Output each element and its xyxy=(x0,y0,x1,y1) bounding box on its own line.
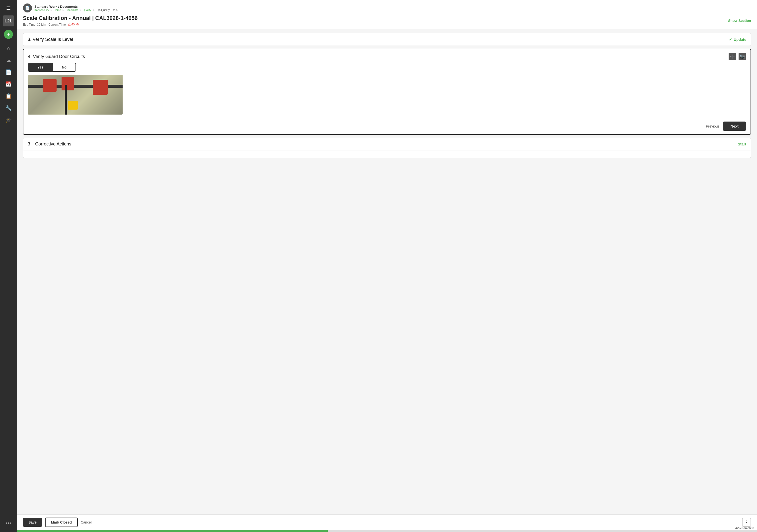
step3-update-button[interactable]: ✓ Update xyxy=(729,37,746,42)
logo: L2L xyxy=(3,15,14,26)
camera-button[interactable]: 📷 xyxy=(739,53,746,60)
yes-no-toggle: Yes No xyxy=(28,63,76,72)
show-section-button[interactable]: Show Section xyxy=(728,19,751,23)
sidebar-home-icon[interactable]: ⌂ xyxy=(3,43,14,54)
sidebar-wrench-icon[interactable]: 🔧 xyxy=(3,103,14,114)
step4-card: 4. Verify Guard Door Circuits ➕ 📷 Yes No xyxy=(23,49,751,135)
menu-icon[interactable]: ☰ xyxy=(4,3,13,14)
mark-closed-button[interactable]: Mark Closed xyxy=(45,517,78,527)
breadcrumb-qa-quality-check: QA Quality Check xyxy=(97,9,118,12)
next-button[interactable]: Next xyxy=(723,122,746,131)
corrective-title: 3 Corrective Actions xyxy=(28,141,71,147)
progress-label: 42% Complete xyxy=(735,526,754,529)
corrective-body xyxy=(23,150,751,158)
no-button[interactable]: No xyxy=(53,63,76,71)
step3-card: 3. Verify Scale Is Level ✓ Update xyxy=(23,33,751,46)
add-media-button[interactable]: ➕ xyxy=(729,53,736,60)
content-area: 3. Verify Scale Is Level ✓ Update 4. Ver… xyxy=(17,29,757,514)
breadcrumb-home[interactable]: Home xyxy=(53,9,61,12)
main-content: 📄 Standard Work / Documents Kansas City … xyxy=(17,0,757,532)
progress-bar-fill xyxy=(17,530,328,532)
add-button[interactable]: + xyxy=(4,30,13,39)
cancel-button[interactable]: Cancel xyxy=(81,520,92,524)
sidebar-document-icon[interactable]: 📄 xyxy=(3,67,14,78)
sidebar-calendar-icon[interactable]: 📅 xyxy=(3,79,14,90)
breadcrumb-quality[interactable]: Quality xyxy=(83,9,91,12)
time-warning: ⚠ 45 Min xyxy=(68,22,80,26)
save-button[interactable]: Save xyxy=(23,518,42,527)
header: 📄 Standard Work / Documents Kansas City … xyxy=(17,0,757,29)
doc-icon: 📄 xyxy=(23,4,32,13)
breadcrumb-checklists[interactable]: Checklists xyxy=(66,9,78,12)
sidebar-graduation-icon[interactable]: 🎓 xyxy=(3,115,14,126)
bottom-bar: Save Mark Closed Cancel ⋮ xyxy=(17,514,757,530)
navigation-buttons: Previous Next xyxy=(23,119,750,134)
sidebar-more-icon[interactable]: ••• xyxy=(3,517,14,528)
corrective-actions-card: 3 Corrective Actions Start xyxy=(23,138,751,158)
step4-image xyxy=(28,75,123,115)
page-title: Scale Calibration - Annual | CAL3028-1-4… xyxy=(23,15,137,21)
yes-button[interactable]: Yes xyxy=(28,63,52,71)
start-button[interactable]: Start xyxy=(738,142,746,146)
sidebar: ☰ L2L + ⌂ ☁ 📄 📅 📋 🔧 🎓 ••• xyxy=(0,0,17,532)
breadcrumb: Kansas City > Home > Checklists > Qualit… xyxy=(34,9,119,12)
step4-title: 4. Verify Guard Door Circuits xyxy=(28,54,85,59)
progress-bar-container: 42% Complete xyxy=(17,530,757,532)
more-options-button[interactable]: ⋮ xyxy=(742,518,751,527)
module-title: Standard Work / Documents xyxy=(34,5,119,9)
breadcrumb-kansas-city[interactable]: Kansas City xyxy=(34,9,49,12)
sidebar-clipboard-icon[interactable]: 📋 xyxy=(3,91,14,102)
time-info: Est. Time: 30 Min | Current Time: ⚠ 45 M… xyxy=(23,22,137,26)
step4-actions: ➕ 📷 xyxy=(729,53,746,60)
sidebar-cloud-icon[interactable]: ☁ xyxy=(3,55,14,66)
step3-checkmark: ✓ xyxy=(729,37,732,42)
step3-title: 3. Verify Scale Is Level xyxy=(28,37,73,42)
previous-button[interactable]: Previous xyxy=(706,124,719,128)
